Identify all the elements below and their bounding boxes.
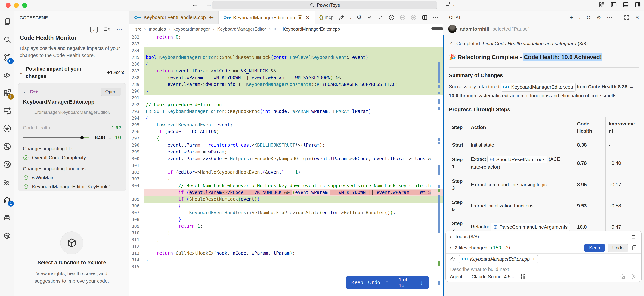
nav-back-icon[interactable]: ← bbox=[192, 1, 198, 8]
code-line[interactable]: 315 bbox=[129, 263, 443, 270]
code-line[interactable]: 310 } bbox=[129, 230, 443, 236]
branch-circle-alt-icon[interactable] bbox=[0, 155, 14, 173]
request-changes-icon[interactable] bbox=[377, 14, 384, 21]
keep-all-button[interactable]: Keep bbox=[584, 244, 605, 252]
chat-composer[interactable]: › Todos (8/8) › 2 files changed +153 -79… bbox=[446, 231, 642, 282]
code-line[interactable]: 283} bbox=[129, 40, 443, 47]
chat-sparkle-icon[interactable] bbox=[0, 102, 14, 120]
tools-icon[interactable] bbox=[520, 274, 526, 280]
close-window-icon[interactable] bbox=[6, 3, 10, 8]
code-line[interactable]: 285bool KeyboardManagerEditor::ShouldRes… bbox=[129, 54, 443, 61]
headset-icon[interactable]: 1 bbox=[0, 191, 14, 209]
chat-input[interactable]: Describe what to build next bbox=[446, 265, 641, 272]
files-changed-row[interactable]: › 2 files changed +153 -79 Keep Undo bbox=[446, 242, 641, 253]
maximize-panel-icon[interactable] bbox=[624, 14, 630, 20]
chevron-right-icon[interactable]: › bbox=[450, 234, 452, 240]
code-line[interactable]: 301 bbox=[129, 162, 443, 169]
source-control-icon[interactable]: 10 bbox=[0, 48, 14, 66]
navigate-back-circle-icon[interactable] bbox=[388, 14, 395, 21]
toggle-panel-icon[interactable] bbox=[622, 1, 629, 8]
positive-impact-section[interactable]: ⌄ Positive impact of your changes +1.62 … bbox=[19, 65, 124, 80]
code-line[interactable]: 290} bbox=[129, 88, 443, 95]
next-change-icon[interactable] bbox=[410, 14, 417, 21]
code-line[interactable]: 296 if (nCode == HC_ACTION) bbox=[129, 128, 443, 135]
paperclip-icon[interactable] bbox=[450, 256, 456, 262]
next-change-arrow-icon[interactable]: ↓ bbox=[420, 280, 423, 286]
code-editor[interactable]: 282 return 0;283}284285bool KeyboardMana… bbox=[129, 34, 443, 296]
settings-gear-icon[interactable]: ⚙ bbox=[356, 14, 362, 21]
model-picker[interactable]: Claude Sonnet 4.5⌄ bbox=[472, 274, 514, 280]
code-line[interactable]: 286{ bbox=[129, 61, 443, 68]
mode-picker[interactable]: Agent⌄ bbox=[450, 274, 466, 280]
customize-layout-icon[interactable] bbox=[598, 1, 605, 8]
code-line[interactable]: 292// Hook procedure definition bbox=[129, 101, 443, 108]
code-line[interactable]: 299 event.wParam = wParam; bbox=[129, 148, 443, 155]
robot-icon[interactable] bbox=[0, 209, 14, 227]
tab-keyboardmanagereditor[interactable]: KeyboardManagerEditor.cpp ✕ bbox=[219, 10, 315, 24]
chevron-right-icon[interactable]: › bbox=[450, 245, 452, 251]
keep-change-button[interactable]: Keep bbox=[351, 280, 363, 286]
code-line[interactable]: 291 bbox=[129, 95, 443, 101]
code-line[interactable]: 303 { bbox=[129, 175, 443, 182]
code-line[interactable]: 300 event.lParam->vkCode = Helpers::Enco… bbox=[129, 155, 443, 162]
waves-icon[interactable] bbox=[0, 173, 14, 191]
send-icon[interactable] bbox=[631, 274, 637, 280]
code-line[interactable]: 306 { bbox=[129, 203, 443, 209]
code-line[interactable]: 282 return 0; bbox=[129, 34, 443, 40]
code-line[interactable]: 304 // Reset Num Lock whenever a NumLock… bbox=[129, 182, 443, 189]
code-line[interactable]: 287 return event.lParam->vkCode == VK_NU… bbox=[129, 68, 443, 74]
window-controls[interactable] bbox=[6, 3, 27, 8]
toggle-secondary-sidebar-icon[interactable] bbox=[634, 1, 641, 8]
mcp-indicator[interactable]: {}mcp bbox=[319, 14, 334, 20]
prev-change-icon[interactable] bbox=[400, 14, 406, 21]
attachments-row[interactable]: KeyboardManagerEditor.cpp + bbox=[446, 253, 641, 265]
minimize-window-icon[interactable] bbox=[14, 3, 19, 8]
prev-change-arrow-icon[interactable]: ↑ bbox=[412, 280, 415, 286]
file-health-card[interactable]: ⌄ Open KeyboardManagerEditor.cpp ...rdma… bbox=[18, 83, 126, 191]
settings-gear-icon[interactable]: ⚙ bbox=[596, 14, 601, 21]
split-editor-icon[interactable] bbox=[422, 14, 428, 21]
code-line[interactable]: 294{ bbox=[129, 115, 443, 122]
breadcrumb[interactable]: src› modules› keyboardmanager› KeyboardM… bbox=[129, 24, 443, 34]
code-line[interactable]: 305 if (ShouldResetNumLock(event)) bbox=[129, 196, 443, 203]
close-tab-icon[interactable]: ✕ bbox=[306, 15, 310, 21]
tab-keyboardeventhandlers[interactable]: KeyboardEventHandlers.cpp 9+ bbox=[129, 10, 219, 24]
edit-pen-icon[interactable] bbox=[338, 14, 345, 21]
open-changes-icon[interactable] bbox=[366, 14, 373, 21]
code-line[interactable]: 302 if (editor->HandleKeyboardHookEvent(… bbox=[129, 169, 443, 175]
code-line[interactable]: 312 bbox=[129, 243, 443, 250]
new-chat-icon[interactable]: + bbox=[570, 14, 573, 21]
code-line[interactable]: 288 (event.wParam == WM_KEYDOWN || event… bbox=[129, 74, 443, 81]
code-line[interactable]: 295 LowlevelKeyboardEvent event; bbox=[129, 122, 443, 128]
nav-forward-icon[interactable]: → bbox=[206, 1, 212, 8]
code-line[interactable]: 297 { bbox=[129, 135, 443, 142]
command-center-search[interactable]: PowerToys bbox=[212, 1, 437, 9]
chevron-down-icon[interactable]: ⌄ bbox=[349, 15, 352, 19]
code-line[interactable]: 309 return 1; bbox=[129, 223, 443, 230]
voice-input-icon[interactable] bbox=[620, 274, 626, 280]
extensions-icon[interactable]: ! bbox=[0, 84, 14, 102]
diff-file-icon[interactable] bbox=[385, 280, 389, 286]
code-line[interactable]: 311 } bbox=[129, 236, 443, 243]
file-chip[interactable]: KeyboardManagerEditor.cpp bbox=[501, 83, 576, 92]
code-line[interactable]: 284 bbox=[129, 47, 443, 54]
code-line[interactable]: 298 event.lParam = reinterpret_cast<KBDL… bbox=[129, 142, 443, 148]
context-attachment-chip[interactable]: KeyboardManagerEditor.cpp + bbox=[458, 255, 538, 263]
impact-fn-item[interactable]: KeyboardManagerEditor::KeyHookP bbox=[23, 184, 121, 190]
code-line[interactable]: 313 return CallNextHookEx(hook, nCode, w… bbox=[129, 250, 443, 257]
chevron-down-icon[interactable]: ⌄ bbox=[23, 89, 26, 94]
scrollbar-thumb[interactable] bbox=[431, 27, 443, 30]
diff-file-icon[interactable] bbox=[631, 245, 637, 251]
modified-indicator-icon[interactable] bbox=[298, 15, 302, 20]
undo-change-button[interactable]: Undo bbox=[368, 280, 380, 286]
code-line[interactable]: 308 } bbox=[129, 216, 443, 223]
add-context-icon[interactable]: + bbox=[532, 256, 535, 262]
more-actions-icon[interactable]: ⋯ bbox=[606, 14, 613, 21]
code-line[interactable]: 289 event.lParam->dwExtraInfo != Keyboar… bbox=[129, 81, 443, 88]
function-chip[interactable]: ParseCommandLineArguments bbox=[491, 223, 570, 231]
open-file-button[interactable]: Open bbox=[100, 88, 121, 96]
todos-row[interactable]: › Todos (8/8) bbox=[446, 231, 641, 242]
function-chip[interactable]: ShouldResetNumLock bbox=[487, 155, 547, 163]
copilot-menu[interactable]: ⌄ bbox=[445, 1, 455, 8]
undo-all-button[interactable]: Undo bbox=[608, 244, 628, 252]
